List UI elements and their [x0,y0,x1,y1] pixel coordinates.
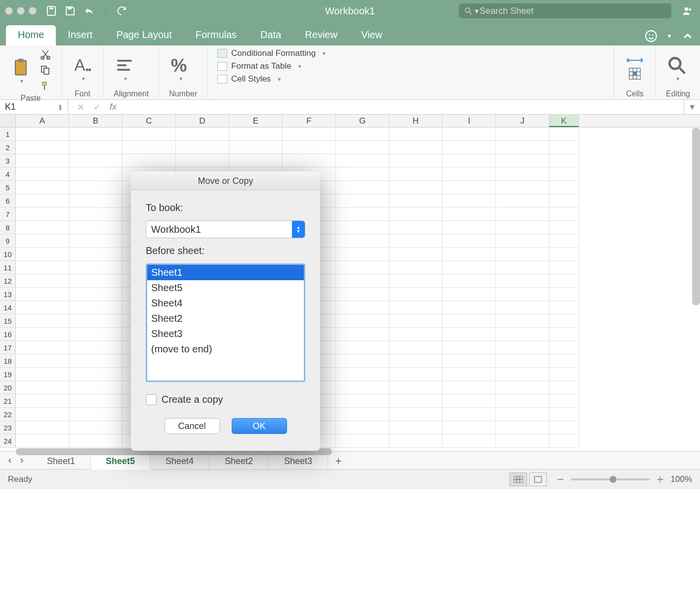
cell[interactable] [443,128,496,141]
cell[interactable] [549,368,579,381]
cell[interactable] [443,328,496,341]
cell[interactable] [549,341,579,354]
cell[interactable] [16,301,69,314]
cell[interactable] [69,301,123,314]
cell[interactable] [443,261,496,274]
cells-icon[interactable] [626,66,644,81]
cell[interactable] [443,194,496,208]
column-header[interactable]: B [69,115,123,127]
maximize-window-icon[interactable] [29,7,37,15]
cell[interactable] [496,261,549,274]
column-header[interactable]: C [123,115,176,127]
row-header[interactable]: 19 [0,368,16,381]
search-dropdown-icon[interactable]: ▾ [475,6,479,16]
cell[interactable] [16,141,69,154]
cell[interactable] [336,154,389,168]
cancel-formula-icon[interactable]: ✕ [77,102,84,113]
cell[interactable] [69,154,123,168]
cell[interactable] [389,328,443,341]
cell[interactable] [549,168,579,181]
cell[interactable] [496,181,549,194]
cell[interactable] [549,274,579,288]
row-header[interactable]: 4 [0,168,16,181]
cell[interactable] [69,234,123,248]
cell[interactable] [336,221,389,234]
cell[interactable] [549,234,579,248]
row-header[interactable]: 20 [0,381,16,394]
cell-styles-button[interactable]: Cell Styles▼ [217,74,604,84]
cell[interactable] [389,154,443,168]
cell[interactable] [389,274,443,288]
cell[interactable] [16,341,69,354]
before-sheet-listbox[interactable]: Sheet1 Sheet5 Sheet4 Sheet2 Sheet3 (move… [146,263,305,382]
feedback-icon[interactable] [645,30,658,43]
cell[interactable] [389,181,443,194]
column-header[interactable]: E [229,115,283,127]
cell[interactable] [549,434,579,448]
cell[interactable] [389,128,443,141]
cell[interactable] [229,154,283,168]
cell[interactable] [336,128,389,141]
cell[interactable] [443,341,496,354]
zoom-out-button[interactable]: − [557,472,564,486]
cell[interactable] [389,141,443,154]
column-header[interactable]: F [283,115,336,127]
cell[interactable] [69,248,123,261]
cell[interactable] [389,301,443,314]
create-copy-checkbox[interactable] [146,394,157,405]
horizontal-scrollbar-track[interactable] [16,448,700,456]
cell[interactable] [16,128,69,141]
autosave-icon[interactable] [45,5,57,17]
confirm-formula-icon[interactable]: ✓ [93,102,101,113]
cell[interactable] [389,434,443,448]
cell[interactable] [16,248,69,261]
cell[interactable] [549,208,579,221]
select-all-corner[interactable] [0,115,16,127]
cell[interactable] [69,434,123,448]
row-header[interactable]: 24 [0,434,16,448]
row-header[interactable]: 15 [0,314,16,328]
sheet-nav-prev-icon[interactable] [6,457,14,465]
cell[interactable] [336,421,389,434]
cell[interactable] [336,234,389,248]
cell[interactable] [389,354,443,368]
cell[interactable] [336,288,389,301]
cell[interactable] [69,141,123,154]
copy-icon[interactable] [40,64,51,76]
cell[interactable] [496,288,549,301]
cell[interactable] [336,181,389,194]
cell[interactable] [336,141,389,154]
cell[interactable] [549,128,579,141]
cell[interactable] [69,208,123,221]
row-header[interactable]: 14 [0,301,16,314]
search-box[interactable]: ▾ [459,3,671,18]
cell[interactable] [389,221,443,234]
cell[interactable] [389,421,443,434]
cell[interactable] [336,301,389,314]
cell[interactable] [496,328,549,341]
row-header[interactable]: 18 [0,354,16,368]
cell[interactable] [549,154,579,168]
cell[interactable] [69,394,123,408]
row-header[interactable]: 1 [0,128,16,141]
cell[interactable] [69,274,123,288]
row-header[interactable]: 11 [0,261,16,274]
view-normal-button[interactable] [509,472,527,486]
ribbon-tab-page-layout[interactable]: Page Layout [104,25,183,45]
cell[interactable] [336,394,389,408]
list-item[interactable]: Sheet1 [147,265,304,280]
column-header[interactable]: H [389,115,443,127]
cell[interactable] [549,354,579,368]
namebox-down-icon[interactable]: ▼ [58,107,63,111]
cell[interactable] [69,261,123,274]
cell[interactable] [176,141,229,154]
cell[interactable] [496,221,549,234]
cell[interactable] [16,314,69,328]
cell[interactable] [496,408,549,421]
row-header[interactable]: 12 [0,274,16,288]
view-page-layout-button[interactable] [529,472,547,486]
cell[interactable] [336,408,389,421]
cell[interactable] [16,234,69,248]
cell[interactable] [496,274,549,288]
row-header[interactable]: 16 [0,328,16,341]
